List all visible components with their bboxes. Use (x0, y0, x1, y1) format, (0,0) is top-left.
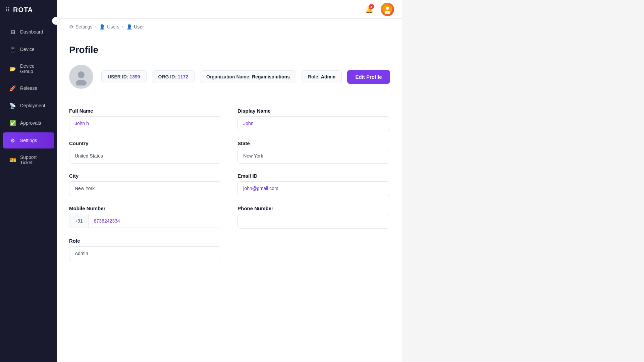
sidebar-nav: ⊞ Dashboard 📱 Device 📂 Device Group 🚀 Re… (0, 20, 57, 362)
phone-label: Phone Number (237, 205, 390, 211)
svg-point-3 (78, 71, 85, 78)
breadcrumb-sep-1: › (95, 24, 97, 29)
nav-label-release: Release (20, 85, 37, 91)
full-name-label: Full Name (69, 108, 221, 114)
user-avatar-button[interactable] (381, 3, 394, 16)
city-label: City (69, 173, 221, 179)
nav-label-device: Device (20, 47, 35, 52)
topbar: 🔔 3 (57, 0, 402, 19)
role-label: Role (69, 238, 221, 244)
user-info-bar: USER ID: 1399 ORG ID: 1172 Organization … (69, 65, 390, 97)
sidebar-item-settings[interactable]: ⚙ Settings (3, 132, 54, 148)
full-name-value: John h (69, 116, 221, 131)
nav-label-device-group: Device Group (20, 63, 48, 74)
phone-value (237, 214, 390, 229)
breadcrumb-users-label: Users (107, 24, 119, 29)
nav-icon-deployment: 📡 (9, 102, 16, 109)
display-name-value: John (237, 116, 390, 131)
full-name-field: Full Name John h (69, 108, 221, 131)
breadcrumb-users[interactable]: 👤 Users (99, 24, 119, 29)
notification-button[interactable]: 🔔 3 (363, 3, 375, 15)
user-id-badge: USER ID: 1399 (101, 70, 147, 83)
svg-point-1 (386, 6, 389, 10)
country-field: Country United States (69, 140, 221, 164)
breadcrumb-user-label: User (134, 24, 144, 29)
nav-label-support: Support Ticket (20, 155, 48, 165)
main-content: ⚙ Settings › 👤 Users › 👤 User Profile (57, 19, 402, 362)
nav-icon-settings: ⚙ (9, 137, 16, 144)
profile-page: Profile USER ID: 1399 (57, 35, 402, 270)
nav-icon-device: 📱 (9, 46, 16, 53)
role-badge: Role: Admin (302, 70, 342, 83)
notification-badge: 3 (369, 4, 374, 9)
profile-form: Full Name John h Display Name John Count… (69, 108, 390, 261)
nav-icon-approvals: ✅ (9, 120, 16, 126)
mobile-prefix: +91 (69, 214, 89, 228)
email-field: Email ID john@gmail.com (237, 173, 390, 196)
nav-icon-device-group: 📂 (9, 65, 16, 72)
settings-icon: ⚙ (69, 24, 73, 29)
nav-label-dashboard: Dashboard (20, 29, 43, 35)
nav-icon-release: 🚀 (9, 85, 16, 92)
mobile-field: Mobile Number +91 8736242334 (69, 205, 221, 229)
page-title: Profile (69, 45, 390, 55)
breadcrumb-sep-2: › (122, 24, 124, 29)
sidebar-item-approvals[interactable]: ✅ Approvals (3, 115, 54, 131)
email-label: Email ID (237, 173, 390, 179)
sidebar-toggle[interactable]: ‹ (52, 17, 60, 25)
country-label: Country (69, 140, 221, 146)
user-icon: 👤 (126, 24, 132, 29)
email-value: john@gmail.com (237, 181, 390, 196)
org-id-badge: ORG ID: 1172 (152, 70, 195, 83)
org-name-badge: Organization Name: Regamisolutions (200, 70, 296, 83)
nav-icon-support: 🎫 (9, 157, 16, 163)
state-label: State (237, 140, 390, 146)
edit-profile-button[interactable]: Edit Profile (347, 70, 390, 84)
app-logo-text: ROTA (13, 6, 33, 14)
city-field: City New York (69, 173, 221, 196)
nav-label-deployment: Deployment (20, 103, 45, 108)
country-value: United States (69, 149, 221, 164)
state-value: New York (237, 149, 390, 164)
user-meta: USER ID: 1399 ORG ID: 1172 Organization … (101, 70, 390, 84)
sidebar-item-device[interactable]: 📱 Device (3, 41, 54, 57)
city-value: New York (69, 181, 221, 196)
sidebar-item-support[interactable]: 🎫 Support Ticket (3, 150, 54, 170)
display-name-field: Display Name John (237, 108, 390, 131)
users-icon: 👤 (99, 24, 105, 29)
breadcrumb: ⚙ Settings › 👤 Users › 👤 User (57, 19, 402, 35)
display-name-label: Display Name (237, 108, 390, 114)
app-logo: ⠿ ROTA (0, 0, 57, 20)
sidebar-item-deployment[interactable]: 📡 Deployment (3, 98, 54, 114)
sidebar-item-release[interactable]: 🚀 Release (3, 80, 54, 96)
state-field: State New York (237, 140, 390, 164)
sidebar-item-dashboard[interactable]: ⊞ Dashboard (3, 24, 54, 40)
topbar-actions: 🔔 3 (363, 3, 394, 16)
nav-label-settings: Settings (20, 138, 37, 143)
role-value: Admin (69, 246, 221, 261)
mobile-label: Mobile Number (69, 205, 221, 211)
breadcrumb-settings[interactable]: ⚙ Settings (69, 24, 93, 29)
logo-grid-icon: ⠿ (5, 7, 10, 13)
mobile-number: 8736242334 (89, 214, 221, 228)
role-field: Role Admin (69, 238, 221, 261)
user-avatar-large (69, 65, 93, 89)
breadcrumb-settings-label: Settings (75, 24, 93, 29)
mobile-group: +91 8736242334 (69, 214, 221, 228)
breadcrumb-user: 👤 User (126, 24, 144, 29)
sidebar: ⠿ ROTA ⊞ Dashboard 📱 Device 📂 Device Gro… (0, 0, 57, 362)
nav-icon-dashboard: ⊞ (9, 28, 16, 35)
nav-label-approvals: Approvals (20, 120, 41, 126)
phone-field: Phone Number (237, 205, 390, 229)
sidebar-item-device-group[interactable]: 📂 Device Group (3, 59, 54, 79)
svg-point-4 (76, 80, 87, 85)
